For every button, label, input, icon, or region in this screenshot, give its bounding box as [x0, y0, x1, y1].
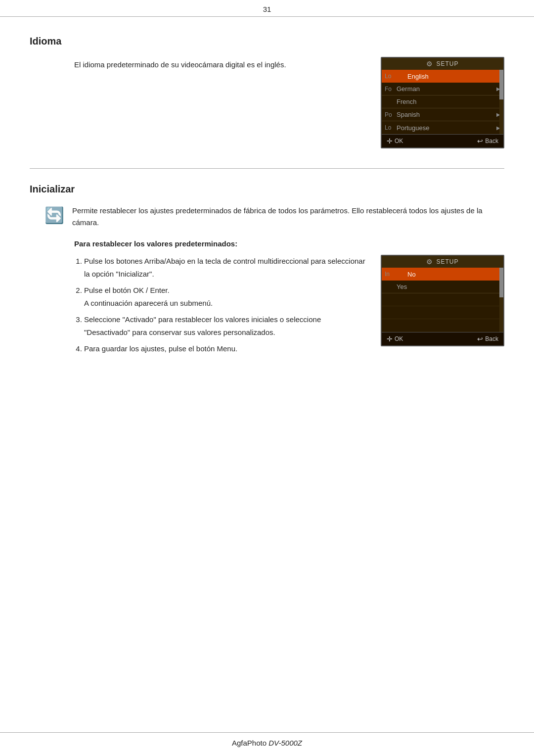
- row-short-in: In: [385, 271, 397, 278]
- empty-row-1: [382, 293, 503, 306]
- idioma-description: El idioma predeterminado de su videocáma…: [30, 57, 366, 71]
- step-4: Para guardar los ajustes, pulse el botón…: [84, 342, 366, 355]
- page-number: 31: [0, 0, 534, 17]
- footer-back[interactable]: ↩ Back: [477, 137, 498, 145]
- section-title-inicializar: Inicializar: [30, 184, 504, 195]
- section-inicializar: Inicializar 🔄 Permite restablecer los aj…: [30, 168, 504, 359]
- ok-icon: ✛: [387, 137, 393, 145]
- back-label-2: Back: [485, 335, 498, 342]
- back-icon-2: ↩: [477, 335, 483, 343]
- language-row-english[interactable]: Lo English: [382, 70, 503, 83]
- initialize-list: In No Yes: [382, 268, 503, 332]
- initialize-yes: Yes: [397, 283, 500, 290]
- camera-screen-language: ⚙ SETUP Lo English Fo German ▶: [381, 57, 504, 148]
- camera-screen-initialize: ⚙ SETUP In No Yes: [381, 255, 504, 346]
- inicializar-description: Permite restablecer los ajustes predeter…: [72, 205, 504, 229]
- camera-screen2-header: ⚙ SETUP: [382, 256, 503, 268]
- language-english: English: [407, 73, 500, 80]
- language-row-portuguese[interactable]: Lo Portuguese ▶: [382, 121, 503, 134]
- inicializar-body: Pulse los botones Arriba/Abajo en la tec…: [30, 255, 504, 359]
- initialize-no: No: [407, 271, 500, 278]
- section-title-idioma: Idioma: [30, 36, 504, 47]
- language-icon-english: [397, 73, 405, 80]
- step-1: Pulse los botones Arriba/Abajo en la tec…: [84, 255, 366, 280]
- inicializar-steps: Pulse los botones Arriba/Abajo en la tec…: [30, 255, 366, 359]
- ok-label-2: OK: [395, 335, 403, 342]
- setup-icon-2: ⚙: [426, 258, 433, 266]
- reset-icon: 🔄: [44, 206, 64, 225]
- setup-label-2: SETUP: [436, 258, 458, 265]
- back-label: Back: [485, 138, 498, 144]
- back-icon: ↩: [477, 137, 483, 145]
- step-3: Seleccione "Activado" para restablecer l…: [84, 313, 366, 338]
- camera-screen-header: ⚙ SETUP: [382, 58, 503, 70]
- language-french: French: [397, 98, 500, 105]
- language-row-french[interactable]: French: [382, 95, 503, 108]
- steps-list: Pulse los botones Arriba/Abajo en la tec…: [74, 255, 366, 355]
- camera-screen-footer: ✛ OK ↩ Back: [382, 134, 503, 147]
- language-row-spanish[interactable]: Po Spanish ▶: [382, 108, 503, 121]
- inicializar-intro: 🔄 Permite restablecer los ajustes predet…: [30, 205, 504, 229]
- ok-label: OK: [395, 138, 403, 144]
- language-spanish: Spanish: [397, 111, 496, 118]
- step-2-sub: A continuación aparecerá un submenú.: [74, 297, 366, 310]
- setup-label: SETUP: [436, 60, 458, 67]
- language-row-german[interactable]: Fo German ▶: [382, 83, 503, 95]
- language-german: German: [397, 85, 496, 93]
- initialize-row-no[interactable]: In No: [382, 268, 503, 281]
- step-2: Pulse el botón OK / Enter. A continuació…: [84, 284, 366, 309]
- row-short-fo: Fo: [385, 86, 397, 93]
- language-list: Lo English Fo German ▶ French: [382, 70, 503, 134]
- footer-model: DV-5000Z: [268, 739, 302, 747]
- footer-ok[interactable]: ✛ OK: [387, 137, 403, 145]
- inicializar-subtitle: Para restablecer los valores predetermin…: [30, 239, 504, 248]
- row-short-lo: Lo: [385, 73, 397, 80]
- scrollbar[interactable]: [499, 70, 503, 134]
- setup-icon: ⚙: [426, 60, 433, 68]
- no-icon: [397, 271, 405, 278]
- footer-back-2[interactable]: ↩ Back: [477, 335, 498, 343]
- scrollbar-thumb-2: [499, 268, 503, 297]
- footer-brand: AgfaPhoto: [232, 739, 267, 747]
- language-portuguese: Portuguese: [397, 124, 496, 132]
- empty-row-3: [382, 319, 503, 332]
- camera-screen2-footer: ✛ OK ↩ Back: [382, 332, 503, 345]
- ok-icon-2: ✛: [387, 335, 393, 343]
- row-short-po: Po: [385, 111, 397, 118]
- row-short-lo2: Lo: [385, 124, 397, 131]
- footer-ok-2[interactable]: ✛ OK: [387, 335, 403, 343]
- section-idioma: Idioma El idioma predeterminado de su vi…: [30, 36, 504, 148]
- empty-row-2: [382, 306, 503, 319]
- page-footer: AgfaPhoto DV-5000Z: [0, 732, 534, 747]
- initialize-row-yes[interactable]: Yes: [382, 281, 503, 293]
- scrollbar-2[interactable]: [499, 268, 503, 332]
- scrollbar-thumb: [499, 70, 503, 99]
